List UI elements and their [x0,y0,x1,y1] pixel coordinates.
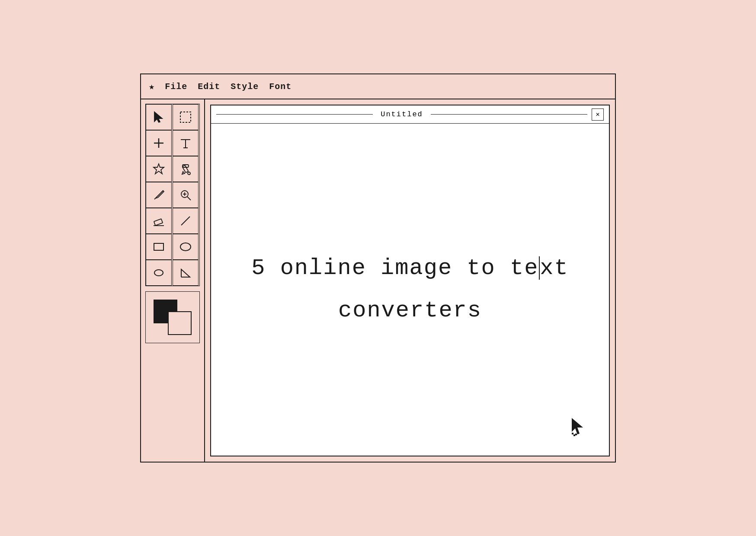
svg-marker-23 [572,418,583,434]
menu-bar: ★ File Edit Style Font [141,74,615,99]
svg-rect-17 [154,219,163,226]
title-line-right [431,114,587,115]
cursor-icon [571,417,587,438]
tool-angle[interactable] [173,260,199,286]
svg-rect-25 [573,434,575,436]
svg-marker-7 [154,164,164,174]
tool-pencil[interactable] [146,182,172,208]
menu-edit[interactable]: Edit [198,82,220,92]
tool-marquee[interactable] [173,104,199,130]
canvas-text-content: 5 online image to text converters [251,252,569,328]
app-window: ★ File Edit Style Font [140,73,616,463]
svg-rect-26 [575,434,577,435]
main-area: Untitled ✕ 5 online image to text conver… [141,99,615,462]
close-button[interactable]: ✕ [592,108,604,121]
svg-rect-1 [180,112,191,122]
tool-oval[interactable] [146,260,172,286]
canvas-area: Untitled ✕ 5 online image to text conver… [205,99,615,462]
tool-eraser[interactable] [146,208,172,234]
tool-zoom[interactable] [173,182,199,208]
background-color[interactable] [168,311,192,335]
toolbox [141,99,205,462]
menu-file[interactable]: File [165,82,187,92]
text-cursor [539,256,540,280]
tool-add[interactable] [146,130,172,156]
canvas-title-bar: Untitled ✕ [211,105,609,124]
canvas-window: Untitled ✕ 5 online image to text conver… [210,105,610,456]
tools-grid [145,104,200,286]
svg-line-11 [154,198,155,199]
svg-line-19 [181,217,190,225]
canvas-text-line1: 5 online image to text [251,252,569,285]
svg-marker-0 [154,112,162,122]
color-panel[interactable] [145,291,200,343]
tool-paint[interactable] [173,156,199,182]
svg-point-22 [154,270,163,276]
tool-line[interactable] [173,208,199,234]
svg-line-14 [187,197,191,200]
star-icon[interactable]: ★ [149,81,154,93]
canvas-text-line2: converters [251,294,569,328]
svg-point-21 [180,243,191,251]
tool-text[interactable] [173,130,199,156]
svg-point-10 [188,172,190,175]
canvas-title: Untitled [373,110,431,118]
svg-rect-20 [154,243,163,250]
title-line-left [216,114,373,115]
menu-font[interactable]: Font [269,82,292,92]
menu-style[interactable]: Style [231,82,259,92]
svg-rect-24 [572,433,573,434]
tool-ellipse[interactable] [173,234,199,260]
canvas-content[interactable]: 5 online image to text converters [211,124,609,456]
tool-rectangle[interactable] [146,234,172,260]
tool-star[interactable] [146,156,172,182]
tool-select[interactable] [146,104,172,130]
